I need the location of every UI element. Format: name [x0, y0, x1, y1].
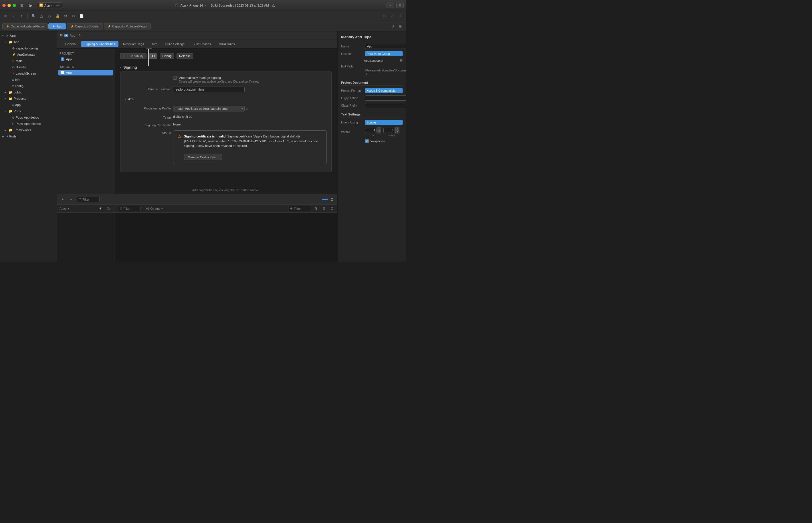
help-icon[interactable]: ?: [397, 13, 404, 19]
bundle-id-input[interactable]: [173, 87, 245, 92]
sidebar-item-pods[interactable]: ▾ 📁 Pods: [0, 108, 57, 114]
tab-general[interactable]: General: [62, 41, 80, 47]
trash-icon[interactable]: 🗑: [313, 205, 319, 212]
sidebar-item-pods-top[interactable]: ▶ A Pods: [0, 133, 57, 140]
tab-capacitorupdaterplugin[interactable]: ⚡ CapacitorUpdaterPlugin: [2, 23, 48, 30]
device-selector[interactable]: 📱 App › iPhone 14 ▾: [174, 3, 206, 7]
sync-icon[interactable]: ⇄: [390, 23, 396, 30]
sidebar-item-info[interactable]: ≡ Info: [0, 77, 57, 83]
play-button[interactable]: ▶: [28, 2, 34, 9]
sidebar-item-root-app[interactable]: ▾ A App: [0, 33, 57, 39]
tab-signing[interactable]: Signing & Capabilities: [81, 41, 119, 47]
tab-width-stepper[interactable]: ▴ ▾: [377, 127, 381, 133]
tab-capacitorphasesplugin[interactable]: ⚡ CapacitorP...hasesPlugin: [104, 23, 151, 30]
add-capability-button[interactable]: + + Capability: [120, 53, 146, 59]
indent-width-down[interactable]: ▾: [395, 130, 399, 133]
indent-using-select-wrapper[interactable]: Spaces: [365, 120, 402, 125]
indent-using-select[interactable]: Spaces: [365, 120, 402, 125]
sidebar-item-pods-app-debug[interactable]: ⊙ Pods-App.debug: [0, 114, 57, 121]
classprefix-input[interactable]: [365, 103, 406, 108]
search-icon[interactable]: 🔍: [30, 13, 37, 19]
back-button[interactable]: ‹: [10, 13, 17, 19]
sidebar-item-appdelegate[interactable]: ⚡ AppDelegate: [0, 51, 57, 58]
prov-profile-select-wrapper[interactable]: match AppStore ee.forgr.captain-time: [173, 106, 245, 111]
clock-icon[interactable]: ⏱: [389, 13, 396, 19]
close-button[interactable]: [2, 4, 6, 7]
xcodeproj-icon[interactable]: ⊟: [400, 59, 402, 62]
tab-build-phases[interactable]: Build Phases: [189, 41, 214, 47]
tab-resource-tags[interactable]: Resource Tags: [120, 41, 148, 47]
tab-build-rules[interactable]: Build Rules: [215, 41, 238, 47]
sidebar-item-config[interactable]: ≡ config: [0, 83, 57, 89]
wrap-lines-checkbox[interactable]: ✓: [365, 139, 369, 143]
sidebar-item-capacitor-config[interactable]: ⚙ capacitor.config: [0, 45, 57, 51]
location-select-wrapper[interactable]: Relative to Group: [365, 51, 402, 56]
sidebar-item-app-folder[interactable]: ▾ 📁 App: [0, 39, 57, 45]
panel-item-app-target[interactable]: A App: [58, 70, 113, 75]
split-view-icon[interactable]: ⊞: [321, 205, 327, 212]
sidebar-item-pods-app-release[interactable]: ⊙ Pods-App.release: [0, 121, 57, 127]
info-icon[interactable]: ℹ: [246, 107, 247, 111]
maximize-console-button[interactable]: ⊡: [329, 196, 335, 203]
grid-view-button[interactable]: ⊞: [2, 13, 9, 19]
sidebar-item-assets[interactable]: 🗂 Assets: [0, 64, 57, 70]
sidebar-item-frameworks[interactable]: ▶ 📁 Frameworks: [0, 127, 57, 133]
filter-debug-button[interactable]: Debug: [160, 53, 174, 59]
info-small-icon[interactable]: ⓘ: [106, 205, 112, 212]
projformat-select[interactable]: Xcode 8.0-compatible: [365, 88, 402, 93]
signing-cert-value: None: [173, 123, 327, 126]
location-select[interactable]: Relative to Group: [365, 51, 402, 56]
forward-button[interactable]: ›: [18, 13, 25, 19]
manage-certificates-button[interactable]: Manage Certificates...: [184, 154, 222, 160]
tab-width-up[interactable]: ▴: [377, 127, 381, 130]
filter-all-button[interactable]: All: [149, 53, 157, 59]
indent-width-input[interactable]: [383, 128, 395, 133]
remove-item-button[interactable]: −: [68, 196, 74, 203]
tab-capacitorupdater[interactable]: ⚡ CapacitorUpdater: [67, 23, 103, 30]
prov-profile-select[interactable]: match AppStore ee.forgr.captain-time: [173, 106, 245, 111]
sidebar-item-products[interactable]: ▾ 📁 Products: [0, 95, 57, 102]
signing-section-header[interactable]: ▾ Signing: [120, 64, 332, 71]
inspector-toggle[interactable]: ⊞: [396, 3, 404, 8]
projformat-select-wrapper[interactable]: Xcode 8.0-compatible: [365, 88, 402, 93]
eye-icon[interactable]: 👁: [98, 205, 104, 212]
tab-width-down[interactable]: ▾: [377, 130, 381, 133]
gear-icon[interactable]: ⚙: [62, 13, 69, 19]
panel-item-app-project[interactable]: A App: [57, 56, 114, 62]
sidebar-item-launchscreen[interactable]: ✕ LaunchScreen: [0, 70, 57, 77]
console-filter[interactable]: ⊙ Filter: [118, 206, 141, 211]
filter-field[interactable]: ⊙ Filter: [77, 197, 100, 202]
sidebar-item-main[interactable]: ✕ Main: [0, 58, 57, 64]
split-icon[interactable]: ⊟: [397, 23, 404, 30]
tab-width-input[interactable]: [365, 128, 377, 133]
doc-icon[interactable]: 📄: [78, 13, 85, 19]
indent-width-up[interactable]: ▴: [395, 127, 399, 130]
minimize-button[interactable]: [7, 4, 11, 7]
sidebar-toggle-icon[interactable]: ⊟: [60, 33, 63, 37]
alert-icon[interactable]: △: [38, 13, 45, 19]
ios-section-header[interactable]: ▾ iOS: [125, 96, 327, 103]
auto-manage-checkbox[interactable]: [173, 76, 177, 80]
split-view-alt-icon[interactable]: ⊡: [329, 205, 335, 212]
lock-icon[interactable]: 🔒: [54, 13, 61, 19]
sidebar-toggle-button[interactable]: ⊟: [18, 2, 25, 9]
output-filter[interactable]: ⊙ Filter: [288, 206, 311, 211]
rect-icon[interactable]: □: [70, 13, 77, 19]
indent-width-stepper[interactable]: ▴ ▾: [395, 127, 399, 133]
sidebar-item-app-product[interactable]: A App: [0, 102, 57, 108]
scheme-selector[interactable]: 🔀 App ▾ main: [37, 2, 63, 8]
inspector-right-toggle[interactable]: ⊡: [381, 13, 388, 19]
add-button[interactable]: +: [386, 3, 394, 8]
settings-tabs: General Signing & Capabilities Resource …: [57, 39, 337, 49]
sidebar-item-public[interactable]: ▶ 📁 public: [0, 89, 57, 95]
tab-build-settings[interactable]: Build Settings: [162, 41, 188, 47]
add-item-button[interactable]: +: [59, 196, 66, 203]
tab-label: Build Phases: [193, 42, 211, 46]
tab-app[interactable]: A App: [48, 23, 66, 30]
shape-icon[interactable]: ◇: [46, 13, 53, 19]
fullscreen-button[interactable]: [13, 4, 16, 7]
org-input[interactable]: [365, 95, 406, 101]
tab-info[interactable]: Info: [149, 41, 160, 47]
inspector-name-input[interactable]: [365, 44, 406, 49]
filter-release-button[interactable]: Release: [176, 53, 193, 59]
